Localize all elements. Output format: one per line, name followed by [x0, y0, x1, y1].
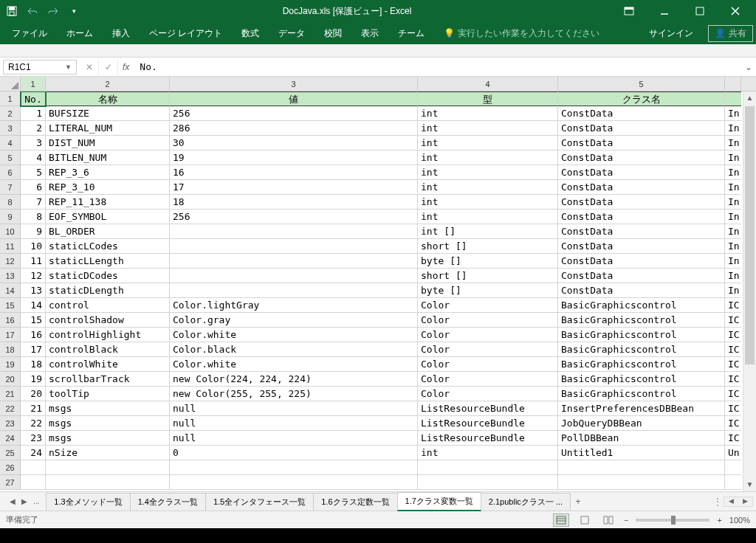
row-header[interactable]: 1	[0, 91, 21, 106]
tab-nav-first-icon[interactable]: ◀	[7, 496, 18, 507]
empty-cell[interactable]	[170, 475, 418, 490]
cell-class[interactable]: ConstData	[558, 165, 725, 180]
row-header[interactable]: 24	[0, 431, 21, 446]
row-header[interactable]: 14	[0, 283, 21, 298]
row-header[interactable]: 12	[0, 254, 21, 269]
cell-class[interactable]: ConstData	[558, 269, 725, 283]
cell-no[interactable]: 14	[21, 298, 46, 313]
cell-extra[interactable]: In	[725, 195, 741, 210]
header-cell[interactable]: クラス名	[558, 91, 725, 106]
view-normal-icon[interactable]	[553, 513, 569, 527]
tab-data[interactable]: データ	[269, 23, 314, 44]
cell-type[interactable]: byte []	[418, 254, 558, 269]
view-page-break-icon[interactable]	[600, 513, 616, 527]
cell-extra[interactable]: IC	[725, 372, 741, 387]
cell-name[interactable]: toolTip	[46, 387, 170, 401]
row-header[interactable]: 21	[0, 387, 21, 401]
row-header[interactable]: 5	[0, 151, 21, 165]
header-cell[interactable]	[725, 91, 741, 106]
cell-value[interactable]: new Color(224, 224, 224)	[170, 372, 418, 387]
cell-class[interactable]: PollDBBean	[558, 431, 725, 446]
cell-name[interactable]: msgs	[46, 431, 170, 446]
zoom-out-button[interactable]: −	[624, 516, 628, 525]
cell-no[interactable]: 10	[21, 239, 46, 254]
sheet-tab[interactable]: 2.1publicクラス一 ...	[481, 493, 571, 511]
cell-value[interactable]: null	[170, 416, 418, 431]
sheet-tab[interactable]: 1.6クラス定数一覧	[313, 493, 397, 511]
cell-value[interactable]: Color.lightGray	[170, 298, 418, 313]
cell-class[interactable]: ConstData	[558, 210, 725, 224]
header-cell[interactable]: 名称	[46, 91, 170, 106]
cell-value[interactable]: Color.gray	[170, 313, 418, 328]
cell-type[interactable]: int	[418, 151, 558, 165]
row-header[interactable]: 17	[0, 328, 21, 342]
cell-name[interactable]: controlHighlight	[46, 328, 170, 342]
row-header[interactable]: 3	[0, 121, 21, 136]
cell-class[interactable]: ConstData	[558, 195, 725, 210]
cell-class[interactable]: BasicGraphicscontrol	[558, 372, 725, 387]
empty-cell[interactable]	[558, 475, 725, 490]
row-header[interactable]: 4	[0, 136, 21, 151]
cell-class[interactable]: ConstData	[558, 180, 725, 195]
cell-type[interactable]: Color	[418, 313, 558, 328]
undo-icon[interactable]	[27, 5, 38, 17]
qat-customize-icon[interactable]: ▾	[68, 5, 80, 17]
cell-no[interactable]: 7	[21, 195, 46, 210]
name-box[interactable]: R1C1▼	[3, 60, 77, 75]
col-header[interactable]: 5	[558, 77, 725, 91]
cell-extra[interactable]: In	[725, 165, 741, 180]
cell-name[interactable]: nSize	[46, 446, 170, 460]
tab-review[interactable]: 校閲	[315, 23, 351, 44]
cell-value[interactable]	[170, 283, 418, 298]
cell-name[interactable]: msgs	[46, 416, 170, 431]
empty-cell[interactable]	[21, 460, 46, 475]
scroll-right-icon[interactable]: ▶	[738, 497, 752, 506]
cell-no[interactable]: 20	[21, 387, 46, 401]
tab-layout[interactable]: ページ レイアウト	[140, 23, 231, 44]
empty-cell[interactable]	[418, 460, 558, 475]
cell-name[interactable]: staticDCodes	[46, 269, 170, 283]
tell-me[interactable]: 💡実行したい作業を入力してください	[435, 23, 608, 44]
cell-extra[interactable]: IC	[725, 387, 741, 401]
cell-no[interactable]: 21	[21, 401, 46, 416]
cell-no[interactable]: 22	[21, 416, 46, 431]
cell-type[interactable]: int []	[418, 224, 558, 239]
cell-type[interactable]: ListResourceBundle	[418, 431, 558, 446]
cell-name[interactable]: controlWhite	[46, 357, 170, 372]
cell-type[interactable]: Color	[418, 357, 558, 372]
signin-link[interactable]: サインイン	[640, 23, 702, 44]
tab-insert[interactable]: 挿入	[103, 23, 139, 44]
cell-type[interactable]: short []	[418, 239, 558, 254]
row-header[interactable]: 10	[0, 224, 21, 239]
add-sheet-icon[interactable]: +	[570, 497, 586, 507]
cell-value[interactable]: 286	[170, 121, 418, 136]
col-header[interactable]	[725, 77, 741, 91]
scroll-up-icon[interactable]: ▲	[743, 91, 756, 105]
cell-class[interactable]: ConstData	[558, 283, 725, 298]
empty-cell[interactable]	[21, 475, 46, 490]
cell-name[interactable]: staticLCodes	[46, 239, 170, 254]
cell-name[interactable]: REP_3_6	[46, 165, 170, 180]
cell-name[interactable]: DIST_NUM	[46, 136, 170, 151]
cell-value[interactable]	[170, 269, 418, 283]
cell-value[interactable]: 19	[170, 151, 418, 165]
cell-class[interactable]: BasicGraphicscontrol	[558, 313, 725, 328]
cell-type[interactable]: int	[418, 195, 558, 210]
cell-class[interactable]: Untitled1	[558, 446, 725, 460]
horizontal-scrollbar[interactable]: ◀▶	[724, 497, 753, 507]
cell-no[interactable]: 4	[21, 151, 46, 165]
cell-value[interactable]: new Color(255, 255, 225)	[170, 387, 418, 401]
cell-class[interactable]: ConstData	[558, 121, 725, 136]
cell-value[interactable]: 16	[170, 165, 418, 180]
col-header[interactable]: 2	[46, 77, 170, 91]
cell-extra[interactable]: Un	[725, 446, 741, 460]
cell-value[interactable]: null	[170, 431, 418, 446]
cell-no[interactable]: 6	[21, 180, 46, 195]
cell-no[interactable]: 2	[21, 121, 46, 136]
cell-type[interactable]: int	[418, 106, 558, 121]
header-cell[interactable]: 型	[418, 91, 558, 106]
row-header[interactable]: 27	[0, 475, 21, 490]
col-header[interactable]: 4	[418, 77, 558, 91]
row-header[interactable]: 13	[0, 269, 21, 283]
cell-name[interactable]: BITLEN_NUM	[46, 151, 170, 165]
